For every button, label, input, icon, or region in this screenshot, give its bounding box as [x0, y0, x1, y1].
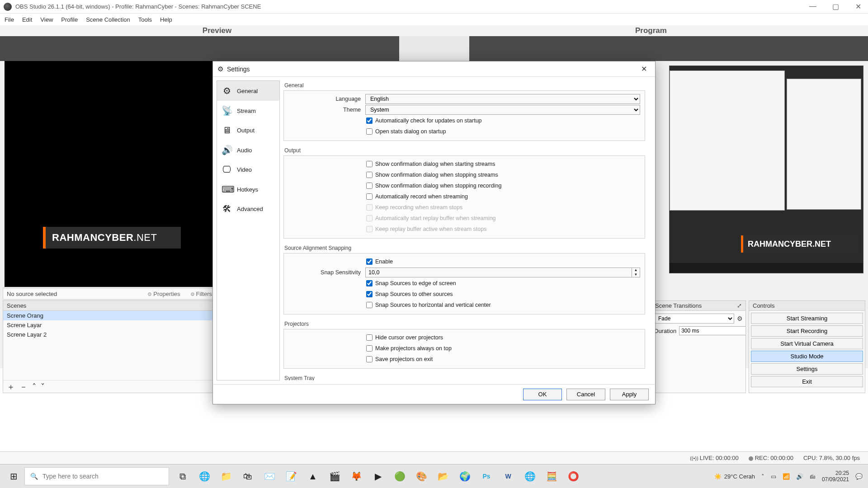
sidebar-item-general[interactable]: ⚙General	[217, 81, 279, 101]
controls-panel: Controls Start Streaming Start Recording…	[749, 300, 865, 393]
tray-language-icon[interactable]: 🖮	[810, 473, 816, 480]
menu-tools[interactable]: Tools	[138, 16, 152, 23]
properties-button[interactable]: Properties	[147, 291, 180, 297]
cancel-button[interactable]: Cancel	[566, 389, 605, 400]
mail-icon[interactable]: ✉️	[259, 467, 279, 485]
menu-edit[interactable]: Edit	[22, 16, 32, 23]
settings-content[interactable]: General Language English Theme System Au…	[283, 80, 651, 380]
language-select[interactable]: English	[365, 94, 640, 104]
store-icon[interactable]: 🛍	[238, 467, 258, 485]
snap-edge-checkbox[interactable]	[366, 280, 373, 286]
weather-widget[interactable]: ☀️ 29°C Cerah	[714, 473, 755, 480]
vlc-icon[interactable]: ▲	[303, 467, 323, 485]
start-streaming-button[interactable]: Start Streaming	[751, 313, 863, 324]
obs-taskbar-icon[interactable]: ⭕	[563, 467, 583, 485]
keep-recording-checkbox	[366, 204, 373, 211]
hide-cursor-checkbox[interactable]	[366, 334, 373, 341]
theme-select[interactable]: System	[365, 105, 640, 115]
open-stats-checkbox[interactable]	[366, 128, 373, 135]
player-icon[interactable]: ▶	[368, 467, 388, 485]
start-virtual-camera-button[interactable]: Start Virtual Camera	[751, 338, 863, 349]
scene-transitions-header: Scene Transitions	[655, 302, 702, 309]
menu-scene-collection[interactable]: Scene Collection	[86, 16, 130, 23]
confirm-start-stream-checkbox[interactable]	[366, 161, 373, 167]
confirm-stop-recording-checkbox[interactable]	[366, 183, 373, 189]
exit-button[interactable]: Exit	[751, 376, 863, 387]
window-titlebar: OBS Studio 26.1.1 (64-bit, windows) - Pr…	[0, 0, 868, 14]
auto-update-checkbox[interactable]	[366, 117, 373, 124]
settings-sidebar: ⚙General 📡Stream 🖥Output 🔊Audio 🖵Video ⌨…	[217, 80, 280, 380]
edge-icon[interactable]: 🌐	[194, 467, 214, 485]
paint-icon[interactable]: 🎨	[411, 467, 431, 485]
start-button[interactable]: ⊞	[3, 467, 24, 485]
save-projectors-checkbox[interactable]	[366, 356, 373, 362]
transition-settings-icon[interactable]: ⚙	[737, 315, 743, 322]
scene-remove-button[interactable]: －	[19, 381, 28, 392]
tray-notifications-icon[interactable]: 💬	[855, 473, 863, 480]
task-view-icon[interactable]: ⧉	[173, 467, 193, 485]
group-general-title: General	[283, 80, 645, 90]
taskbar-search[interactable]: 🔍 Type here to search	[24, 467, 169, 485]
folder-icon[interactable]: 📂	[433, 467, 453, 485]
browser-icon[interactable]: 🌍	[455, 467, 475, 485]
studio-mode-button[interactable]: Studio Mode	[751, 351, 863, 362]
globe-icon[interactable]: 🌐	[520, 467, 540, 485]
settings-close-button[interactable]: ✕	[637, 65, 651, 73]
tray-clock[interactable]: 20:25 07/09/2021	[822, 470, 849, 483]
menu-help[interactable]: Help	[160, 16, 172, 23]
maximize-button[interactable]: ▢	[829, 2, 842, 11]
snap-sensitivity-input[interactable]	[365, 267, 632, 277]
program-canvas[interactable]: RAHMANCYBER.NET	[669, 66, 863, 273]
scene-down-button[interactable]: ˅	[41, 382, 45, 392]
duration-label: Duration	[654, 328, 676, 334]
tray-chevron-icon[interactable]: ˄	[761, 473, 764, 480]
menu-file[interactable]: File	[5, 16, 14, 23]
apply-button[interactable]: Apply	[610, 389, 649, 400]
scene-item[interactable]: Screne Orang	[3, 311, 216, 320]
word-icon[interactable]: W	[498, 467, 518, 485]
menu-view[interactable]: View	[40, 16, 53, 23]
keep-replay-buffer-checkbox	[366, 226, 373, 232]
program-thumb-1	[670, 70, 785, 211]
tray-wifi-icon[interactable]: 📶	[783, 473, 790, 480]
snap-enable-checkbox[interactable]	[366, 258, 373, 265]
auto-record-checkbox[interactable]	[366, 193, 373, 200]
snap-center-checkbox[interactable]	[366, 302, 373, 308]
sidebar-item-stream[interactable]: 📡Stream	[217, 101, 279, 121]
notepad-icon[interactable]: 📝	[281, 467, 301, 485]
snap-sensitivity-spinner[interactable]: ▲▼	[632, 267, 640, 277]
sidebar-item-output[interactable]: 🖥Output	[217, 121, 279, 140]
duration-input[interactable]	[679, 326, 745, 335]
menu-profile[interactable]: Profile	[61, 16, 78, 23]
calculator-icon[interactable]: 🧮	[542, 467, 561, 485]
firefox-icon[interactable]: 🦊	[346, 467, 366, 485]
scene-add-button[interactable]: ＋	[7, 381, 15, 392]
photoshop-icon[interactable]: Ps	[476, 467, 496, 485]
start-recording-button[interactable]: Start Recording	[751, 325, 863, 337]
clapper-icon[interactable]: 🎬	[325, 467, 344, 485]
snap-sensitivity-label: Snap Sensitivity	[288, 269, 365, 276]
scene-item[interactable]: Screne Layar 2	[3, 330, 216, 339]
snap-other-checkbox[interactable]	[366, 291, 373, 297]
ok-button[interactable]: OK	[523, 389, 562, 400]
tray-volume-icon[interactable]: 🔊	[796, 473, 803, 480]
chrome-icon[interactable]: 🟢	[390, 467, 410, 485]
minimize-button[interactable]: —	[807, 2, 819, 11]
language-label: Language	[288, 96, 365, 102]
close-button[interactable]: ✕	[852, 2, 864, 11]
sidebar-item-video[interactable]: 🖵Video	[217, 160, 279, 179]
projectors-on-top-checkbox[interactable]	[366, 345, 373, 352]
live-status: LIVE: 00:00:00	[690, 455, 739, 461]
scene-item[interactable]: Screne Layar	[3, 320, 216, 330]
explorer-icon[interactable]: 📁	[216, 467, 236, 485]
filters-button[interactable]: Filters	[190, 291, 212, 297]
transitions-expand-icon[interactable]: ⤢	[737, 302, 742, 309]
transition-select[interactable]: Fade	[654, 314, 734, 324]
scene-up-button[interactable]: ˄	[32, 382, 36, 392]
confirm-stop-stream-checkbox[interactable]	[366, 172, 373, 178]
tray-battery-icon[interactable]: ▭	[771, 473, 776, 480]
sidebar-item-hotkeys[interactable]: ⌨Hotkeys	[217, 179, 279, 199]
sidebar-item-advanced[interactable]: 🛠Advanced	[217, 199, 279, 219]
settings-button[interactable]: Settings	[751, 363, 863, 375]
sidebar-item-audio[interactable]: 🔊Audio	[217, 140, 279, 160]
